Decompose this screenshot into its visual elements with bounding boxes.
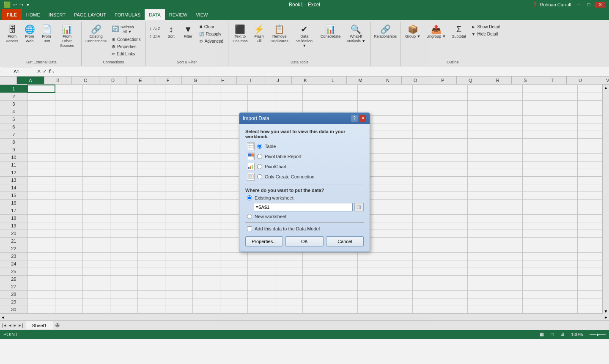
svg-rect-9 bbox=[252, 165, 253, 169]
checkbox-data-model[interactable] bbox=[247, 226, 252, 231]
modal-new-ws-row: New worksheet bbox=[245, 214, 364, 219]
modal-divider-1 bbox=[245, 184, 364, 184]
modal-help-btn[interactable]: ? bbox=[351, 115, 358, 122]
worksheet-input[interactable] bbox=[254, 203, 353, 211]
modal-option-pivot-chart-row: PivotChart bbox=[245, 163, 364, 170]
modal-input-row bbox=[245, 203, 364, 211]
modal-title-icons: ? ✕ bbox=[351, 115, 366, 122]
table-icon bbox=[247, 142, 255, 150]
modal-location-title: Where do you want to put the data? bbox=[245, 188, 364, 193]
modal-view-section-title: Select how you want to view this data in… bbox=[245, 129, 364, 139]
label-data-model[interactable]: Add this data to the Data Model bbox=[255, 226, 320, 231]
radio-new-ws[interactable] bbox=[247, 214, 252, 219]
modal-existing-ws-row: Existing worksheet: bbox=[245, 195, 364, 200]
label-pivot-chart[interactable]: PivotChart bbox=[265, 164, 286, 169]
modal-option-pivot-report-row: PivotTable Report bbox=[245, 153, 364, 160]
cancel-btn[interactable]: Cancel bbox=[326, 236, 364, 246]
label-new-ws[interactable]: New worksheet bbox=[255, 214, 286, 219]
label-only-conn[interactable]: Only Create Connection bbox=[265, 174, 314, 179]
modal-option-table-row: Table bbox=[245, 142, 364, 150]
modal-title: Import Data bbox=[243, 115, 269, 121]
svg-rect-4 bbox=[248, 153, 251, 156]
radio-existing-ws[interactable] bbox=[247, 195, 252, 200]
svg-rect-15 bbox=[360, 205, 361, 209]
svg-rect-5 bbox=[251, 153, 254, 156]
svg-rect-8 bbox=[250, 166, 251, 169]
modal-content: Select how you want to view this data in… bbox=[239, 124, 370, 252]
modal-btn-row: Properties... OK Cancel bbox=[245, 236, 364, 246]
modal-divider-2 bbox=[245, 222, 364, 223]
radio-pivot-chart[interactable] bbox=[257, 164, 262, 169]
svg-rect-0 bbox=[248, 143, 254, 149]
label-pivot-report[interactable]: PivotTable Report bbox=[265, 154, 302, 159]
radio-pivot-report[interactable] bbox=[257, 154, 262, 159]
modal-option-only-conn-row: Only Create Connection bbox=[245, 173, 364, 181]
ok-btn[interactable]: OK bbox=[285, 236, 323, 246]
svg-rect-7 bbox=[248, 167, 250, 169]
modal-title-bar: Import Data ? ✕ bbox=[239, 113, 370, 124]
label-table[interactable]: Table bbox=[265, 144, 276, 149]
radio-only-conn[interactable] bbox=[257, 174, 262, 179]
only-conn-icon bbox=[247, 173, 255, 181]
properties-btn[interactable]: Properties... bbox=[245, 236, 283, 246]
pivot-report-icon bbox=[247, 153, 255, 160]
modal-close-btn[interactable]: ✕ bbox=[359, 115, 366, 122]
label-existing-ws[interactable]: Existing worksheet: bbox=[255, 195, 295, 200]
modal-overlay: Import Data ? ✕ Select how you want to v… bbox=[0, 0, 609, 339]
import-data-dialog: Import Data ? ✕ Select how you want to v… bbox=[239, 112, 370, 252]
radio-table[interactable] bbox=[257, 144, 262, 149]
pivot-chart-icon bbox=[247, 163, 255, 170]
svg-rect-6 bbox=[248, 156, 254, 159]
modal-checkbox-row: Add this data to the Data Model bbox=[247, 226, 364, 231]
worksheet-select-btn[interactable] bbox=[354, 203, 364, 211]
